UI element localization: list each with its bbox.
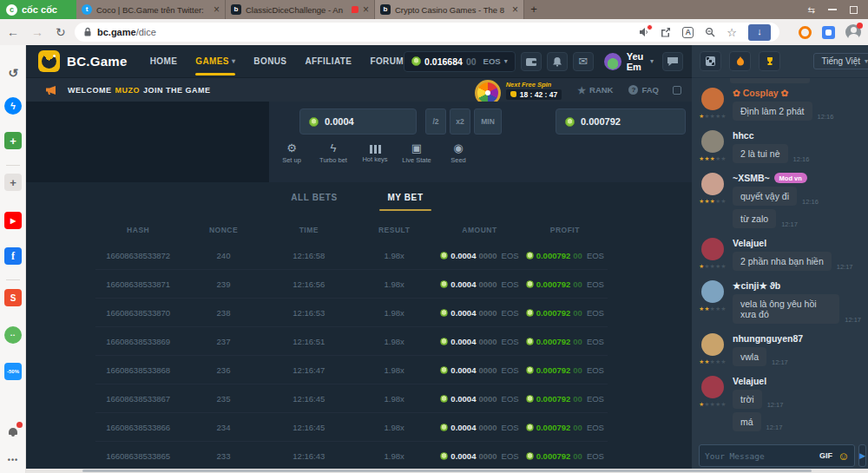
chat-message-input[interactable]: [700, 451, 819, 461]
hot-games-button[interactable]: [729, 51, 751, 71]
bet-row[interactable]: 1660863853386823612:16:471.98x0.00040000…: [95, 356, 608, 384]
chat-toggle-button[interactable]: [662, 52, 683, 71]
tool-live-state[interactable]: ▣Live State: [396, 141, 437, 164]
zoom-out-icon[interactable]: [705, 27, 715, 37]
new-tab-button[interactable]: +: [524, 0, 543, 19]
bcgame-logo-icon[interactable]: [38, 50, 60, 72]
mail-button[interactable]: ✉: [573, 52, 594, 71]
extension-icon[interactable]: [822, 26, 835, 39]
shopee-icon[interactable]: [4, 289, 22, 306]
tool-turbo-bet[interactable]: ϟTurbo bet: [312, 141, 354, 164]
profile-avatar[interactable]: [845, 24, 861, 40]
game-tools: ⚙Set upϟTurbo betHot keys▣Live State◉See…: [271, 141, 479, 164]
scrollbar-thumb[interactable]: [82, 470, 812, 472]
url-field[interactable]: bc.game/dice A ☆ ↓: [75, 23, 779, 42]
tab-my-bet[interactable]: MY BET: [353, 193, 457, 202]
avatar[interactable]: [701, 173, 724, 195]
horizontal-scrollbar[interactable]: [26, 469, 868, 473]
coccoc-menu-icon[interactable]: [799, 26, 812, 39]
bet-row[interactable]: 1660863853387123912:16:561.98x0.00040000…: [95, 270, 608, 299]
nav-forum[interactable]: FORUM: [370, 56, 404, 66]
bet-row[interactable]: 1660863853387023812:16:531.98x0.00040000…: [95, 299, 608, 327]
rank-link[interactable]: ★RANK: [577, 85, 613, 95]
tool-set-up[interactable]: ⚙Set up: [271, 141, 312, 164]
tab-close-icon[interactable]: ×: [512, 4, 518, 15]
chat-username[interactable]: hhcc: [733, 130, 754, 141]
avatar[interactable]: [701, 280, 724, 303]
avatar[interactable]: [701, 88, 724, 110]
notifications-button[interactable]: [547, 52, 568, 71]
bet-row[interactable]: 1660863853386623412:16:451.98x0.00040000…: [95, 413, 608, 442]
bet-profit: 0.00079200EOS: [523, 423, 608, 432]
dice-button[interactable]: [700, 51, 721, 71]
modifier-min-button[interactable]: MIN: [474, 108, 502, 135]
tab-close-icon[interactable]: ×: [214, 4, 220, 15]
bet-row[interactable]: 1660863853386523312:16:431.98x0.00040000…: [95, 442, 608, 470]
send-button[interactable]: ▶: [858, 444, 866, 467]
coccoc-mascot-icon[interactable]: [4, 326, 22, 344]
chat-username[interactable]: ✿ Cosplay ✿: [733, 88, 788, 98]
chat-timestamp: 12:17: [837, 263, 853, 271]
tab-close-icon[interactable]: ×: [363, 4, 369, 15]
facebook-icon[interactable]: [4, 247, 22, 265]
more-icon[interactable]: [4, 451, 22, 469]
tab-all-bets[interactable]: ALL BETS: [262, 193, 366, 202]
tiki-sale-icon[interactable]: -50%: [4, 363, 22, 380]
nav-bonus[interactable]: BONUS: [253, 56, 286, 66]
bet-row[interactable]: 1660863853386723512:16:451.98x0.00040000…: [95, 384, 608, 413]
chat-username[interactable]: ★cinji★ ϑb: [733, 280, 780, 291]
refresh-button[interactable]: ↻: [56, 25, 66, 39]
user-avatar[interactable]: [604, 53, 621, 70]
faq-link[interactable]: ?FAQ: [628, 85, 659, 95]
nav-affiliate[interactable]: AFFILIATE: [305, 56, 352, 66]
tool-hot-keys[interactable]: Hot keys: [354, 141, 396, 164]
maximize-button[interactable]: [850, 6, 858, 14]
site-logo-text[interactable]: BC.Game: [67, 54, 128, 69]
history-icon[interactable]: [4, 64, 22, 82]
bookmark-star-icon[interactable]: ☆: [727, 27, 737, 38]
tab-search-icon[interactable]: ⇆: [808, 5, 815, 15]
bet-row[interactable]: 1660863853387224012:16:581.98x0.00040000…: [95, 241, 608, 270]
user-name[interactable]: Yeu Em: [627, 51, 647, 72]
share-icon[interactable]: [661, 27, 671, 37]
download-button[interactable]: ↓: [748, 24, 771, 41]
balance-display[interactable]: 0.016684 00 EOS ▾: [404, 51, 516, 72]
browser-tab[interactable]: bCrypto Casino Games - The 8×: [375, 0, 524, 19]
translate-icon[interactable]: A: [682, 27, 694, 38]
youtube-icon[interactable]: [4, 212, 22, 229]
emoji-button[interactable]: ☺: [838, 450, 849, 462]
notifications-icon[interactable]: [4, 424, 22, 441]
avatar[interactable]: [701, 130, 724, 153]
muted-speaker-icon[interactable]: [639, 27, 649, 37]
gif-button[interactable]: GIF: [819, 451, 832, 460]
language-selector[interactable]: Tiếng Việt▾: [813, 53, 868, 69]
chat-username[interactable]: ~XSMB~: [733, 173, 770, 183]
forward-button[interactable]: →: [31, 25, 43, 39]
expand-icon[interactable]: [673, 86, 681, 95]
avatar[interactable]: [701, 333, 724, 356]
back-button[interactable]: ←: [7, 25, 19, 39]
wallet-button[interactable]: [521, 52, 542, 71]
bet-amount-input[interactable]: 0.0004: [299, 108, 417, 135]
minimize-button[interactable]: [828, 9, 837, 10]
profit-on-win-input[interactable]: 0.000792: [556, 108, 686, 135]
message-content: ★cinji★ ϑbvela là ông yêu hồi xưa đó12:1…: [733, 280, 861, 324]
avatar[interactable]: [701, 376, 724, 398]
messenger-icon[interactable]: [4, 97, 22, 115]
chat-username[interactable]: Velajuel: [733, 238, 766, 248]
contest-button[interactable]: [759, 51, 780, 71]
browser-tab[interactable]: bClassicDiceChallenge - An×: [226, 0, 375, 19]
bet-row[interactable]: 1660863853386923712:16:511.98x0.00040000…: [95, 327, 608, 356]
add-icon[interactable]: [4, 174, 22, 191]
chat-username[interactable]: Velajuel: [733, 376, 766, 386]
tool-seed[interactable]: ◉Seed: [437, 141, 479, 164]
avatar[interactable]: [701, 238, 724, 260]
modifier-div2-button[interactable]: /2: [425, 108, 446, 135]
coccoc-brand[interactable]: c cốc cốc: [0, 0, 76, 19]
modifier-x2-button[interactable]: x2: [450, 108, 470, 135]
browser-tab[interactable]: tCoco | BC.Game trên Twitter:×: [76, 0, 226, 19]
games-icon[interactable]: [4, 132, 22, 149]
nav-home[interactable]: HOME: [150, 56, 178, 66]
chat-username[interactable]: nhungnguyen87: [733, 333, 803, 344]
nav-games[interactable]: GAMES▾: [195, 56, 235, 66]
